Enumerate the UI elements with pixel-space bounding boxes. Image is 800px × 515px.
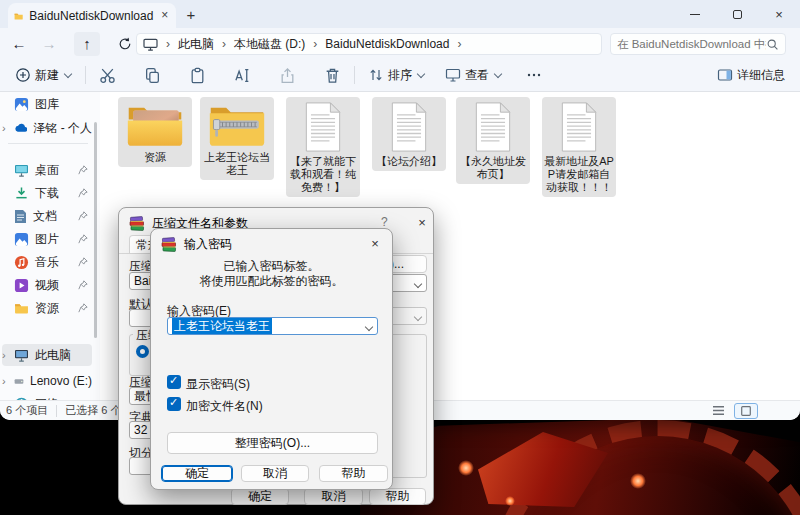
copy-icon — [144, 67, 161, 84]
winrar-icon — [129, 216, 145, 232]
new-button[interactable]: 新建 — [10, 63, 77, 88]
password-ok-button[interactable]: 确定 — [161, 465, 233, 482]
breadcrumb-separator-icon[interactable]: › — [313, 37, 317, 51]
folder-icon — [14, 10, 23, 22]
refresh-icon — [118, 37, 132, 51]
sidebar-item-documents[interactable]: 文档 — [2, 205, 92, 227]
sidebar-item-label: Lenovo (E:) — [30, 374, 92, 388]
archive-cancel-label: 取消 — [322, 488, 346, 505]
command-toolbar: 新建 排序 — [0, 59, 800, 92]
close-button[interactable]: × — [758, 0, 800, 28]
breadcrumb-separator-icon[interactable]: › — [222, 37, 226, 51]
tab-close-icon[interactable]: × — [159, 8, 170, 24]
sort-button[interactable]: 排序 — [363, 63, 430, 88]
details-pane-icon — [717, 67, 733, 83]
organize-passwords-button[interactable]: 整理密码(O)... — [167, 432, 378, 454]
sidebar-item-desktop[interactable]: 桌面 — [2, 159, 92, 181]
maximize-button[interactable] — [716, 0, 758, 28]
explorer-tab[interactable]: BaiduNetdiskDownload × — [8, 3, 176, 28]
file-name: 【论坛介绍】 — [376, 155, 442, 168]
encrypt-filenames-checkbox[interactable] — [167, 397, 181, 411]
breadcrumb-segment-drive-d[interactable]: 本地磁盘 (D:) — [234, 36, 305, 53]
file-tile-txt-3[interactable]: 【永久地址发布页】 — [456, 97, 530, 184]
sidebar-item-label: 泽铭 - 个人 — [33, 120, 92, 137]
archive-ok-button[interactable]: 确定 — [231, 488, 289, 505]
password-message-line1: 已输入密码标签。 — [151, 259, 392, 274]
sidebar-item-music[interactable]: 音乐 — [2, 251, 92, 273]
this-pc-icon — [14, 349, 29, 362]
search-box[interactable] — [610, 33, 786, 55]
breadcrumb-segment-folder[interactable]: BaiduNetdiskDownload — [325, 37, 449, 51]
details-pane-button[interactable]: 详细信息 — [712, 63, 790, 88]
dialog-help-icon[interactable]: ? — [381, 215, 388, 229]
wallpaper-glow — [458, 460, 474, 476]
sidebar-item-label: 音乐 — [35, 254, 59, 271]
archive-help-button[interactable]: 帮助 — [369, 488, 426, 505]
more-options-button[interactable] — [521, 63, 547, 87]
share-button[interactable] — [274, 63, 301, 88]
show-password-checkbox[interactable] — [167, 375, 181, 389]
sidebar-item-ziyuan-folder[interactable]: 资源 — [2, 297, 92, 319]
file-name: 【永久地址发布页】 — [458, 155, 528, 181]
sidebar-scrollbar[interactable] — [94, 122, 97, 338]
file-tile-ziyuan[interactable]: 资源 — [118, 97, 192, 167]
password-combo[interactable]: 上老王论坛当老王 — [167, 317, 378, 335]
text-file-icon — [559, 102, 599, 152]
breadcrumb-separator-icon[interactable]: › — [166, 37, 170, 51]
videos-icon — [14, 278, 29, 293]
sidebar-item-pictures[interactable]: 图片 — [2, 228, 92, 250]
file-tile-txt-2[interactable]: 【论坛介绍】 — [372, 97, 446, 171]
view-button[interactable]: 查看 — [440, 63, 507, 88]
file-tile-txt-1[interactable]: 【来了就能下载和观看！纯免费！】 — [286, 97, 360, 197]
password-help-button[interactable]: 帮助 — [319, 465, 388, 482]
up-button[interactable]: ↑ — [74, 32, 100, 56]
sidebar-item-videos[interactable]: 视频 — [2, 274, 92, 296]
password-dialog-title: 输入密码 — [161, 236, 232, 253]
new-tab-button[interactable]: + — [180, 5, 202, 25]
search-input[interactable] — [617, 38, 766, 50]
view-toggles — [706, 403, 758, 419]
back-button[interactable]: ← — [6, 32, 32, 56]
details-view-toggle[interactable] — [706, 403, 730, 419]
minimize-button[interactable] — [674, 0, 716, 28]
delete-button[interactable] — [319, 63, 346, 88]
file-tile-zip-folder[interactable]: 上老王论坛当老王 — [200, 97, 274, 180]
archive-dialog-close-icon[interactable]: × — [411, 214, 433, 232]
chevron-right-icon[interactable]: › — [2, 349, 6, 361]
folder-zip-icon — [208, 102, 266, 148]
chevron-right-icon[interactable]: › — [2, 375, 6, 387]
archive-cancel-button[interactable]: 取消 — [304, 488, 363, 505]
sidebar-item-label: 文档 — [33, 208, 57, 225]
cut-button[interactable] — [94, 63, 121, 88]
file-tile-txt-4[interactable]: 最新地址及APP请发邮箱自动获取！！！ — [542, 97, 616, 197]
this-pc-icon — [143, 38, 158, 51]
sidebar-item-label: 视频 — [35, 277, 59, 294]
music-icon — [14, 255, 29, 270]
icons-view-toggle[interactable] — [734, 403, 758, 419]
sidebar-item-label: 下载 — [35, 185, 59, 202]
sidebar-item-gallery[interactable]: 图库 — [2, 93, 92, 115]
rename-button[interactable] — [229, 63, 256, 88]
toolbar-divider — [85, 66, 86, 84]
sidebar-item-lenovo-drive[interactable]: › Lenovo (E:) — [2, 370, 92, 392]
password-help-label: 帮助 — [342, 465, 366, 482]
format-rar-radio[interactable] — [136, 345, 149, 358]
chevron-right-icon[interactable]: › — [2, 122, 6, 134]
sidebar-item-onedrive[interactable]: › 泽铭 - 个人 — [2, 117, 92, 139]
breadcrumb-separator-icon[interactable]: › — [457, 37, 461, 51]
password-dialog-close-icon[interactable]: × — [364, 235, 386, 253]
copy-button[interactable] — [139, 63, 166, 88]
password-cancel-button[interactable]: 取消 — [241, 465, 309, 482]
breadcrumb-segment-this-pc[interactable]: 此电脑 — [178, 36, 214, 53]
refresh-button[interactable] — [112, 32, 138, 56]
sidebar-item-downloads[interactable]: 下载 — [2, 182, 92, 204]
sidebar-item-this-pc[interactable]: › 此电脑 — [2, 344, 92, 366]
window-controls: × — [674, 0, 800, 28]
forward-button[interactable]: → — [36, 32, 62, 56]
password-ok-label: 确定 — [185, 465, 209, 482]
archive-ok-label: 确定 — [248, 488, 272, 505]
pin-icon — [78, 234, 88, 244]
dict-size-value: 32 — [134, 423, 147, 437]
view-icon — [445, 67, 461, 83]
paste-button[interactable] — [184, 63, 211, 88]
